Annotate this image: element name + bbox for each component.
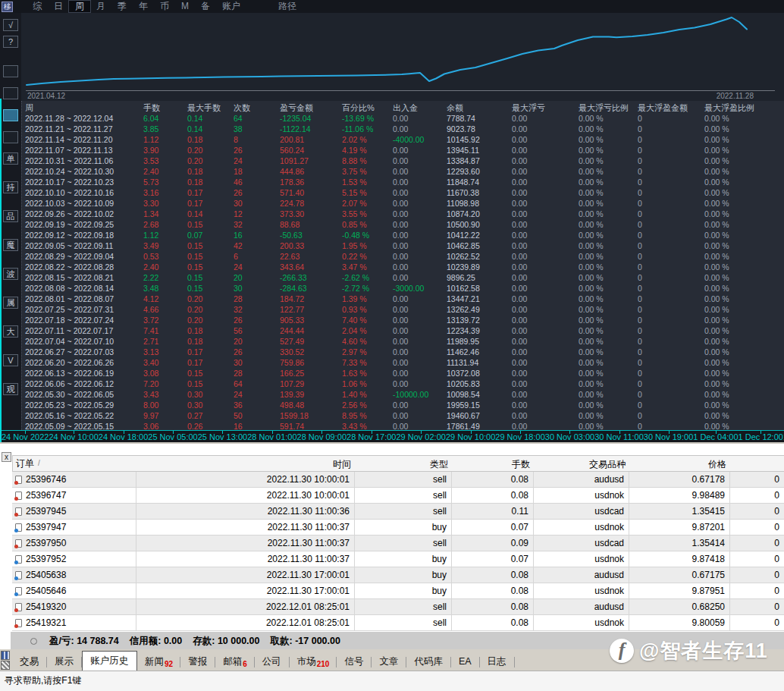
time-column-header[interactable]: 时间 — [137, 456, 356, 471]
weekly-row[interactable]: 2022.05.23 ~ 2022.05.29 8.00 0.30 36 498… — [22, 400, 784, 410]
weekly-row[interactable]: 2022.07.04 ~ 2022.07.10 2.71 0.18 20 527… — [22, 336, 784, 347]
sidebar-tool-button[interactable]: 大 — [3, 325, 18, 338]
sidebar-tool-button[interactable]: √ — [3, 19, 18, 31]
time-axis[interactable]: 24 Nov 2022 24 Nov 10:00 24 Nov 18:00 25… — [0, 430, 784, 442]
close-icon[interactable]: x — [2, 452, 11, 462]
period-menu-item[interactable]: 季 — [111, 1, 133, 12]
sidebar-tool-button[interactable]: 持 — [3, 181, 18, 193]
tab[interactable]: 代码库 — [406, 654, 451, 671]
weekly-column-header[interactable]: 手数 — [140, 102, 184, 113]
weekly-row[interactable]: 2022.11.07 ~ 2022.11.13 3.90 0.20 26 560… — [22, 145, 784, 155]
price-column-header[interactable]: 价格 — [630, 456, 731, 471]
sidebar-tool-button[interactable]: ? — [3, 36, 18, 48]
period-menu-item[interactable]: 月 — [90, 1, 111, 12]
sidebar-tool-button[interactable]: 属 — [3, 297, 18, 309]
weekly-row[interactable]: 2022.09.19 ~ 2022.09.25 2.68 0.15 32 88.… — [22, 219, 784, 230]
order-row[interactable]: 25419320 2022.12.01 08:25:01 sell 0.08 a… — [12, 599, 784, 615]
weekly-row[interactable]: 2022.07.11 ~ 2022.07.17 7.41 0.18 56 244… — [22, 325, 784, 336]
order-row[interactable]: 25405638 2022.11.30 17:00:01 buy 0.08 au… — [12, 567, 784, 583]
weekly-row[interactable]: 2022.10.10 ~ 2022.10.16 3.16 0.17 26 571… — [22, 187, 784, 198]
weekly-row[interactable]: 2022.09.12 ~ 2022.09.18 1.12 0.07 16 -50… — [22, 230, 784, 240]
weekly-row[interactable]: 2022.08.22 ~ 2022.08.28 2.40 0.15 24 343… — [22, 262, 784, 272]
weekly-row[interactable]: 2022.05.09 ~ 2022.05.15 3.06 0.26 16 591… — [22, 421, 784, 430]
weekly-row[interactable]: 2022.05.30 ~ 2022.06.05 3.43 0.30 24 139… — [22, 389, 784, 400]
weekly-column-header[interactable]: 周 — [22, 102, 140, 113]
weekly-column-header[interactable]: 最大浮亏比例 — [575, 102, 635, 113]
tab[interactable]: 新闻92 — [137, 654, 180, 671]
tab[interactable]: 账户历史 — [82, 651, 137, 671]
order-row[interactable]: 25396747 2022.11.30 10:00:01 sell 0.08 u… — [12, 488, 784, 504]
sidebar-tool-button[interactable]: 单 — [3, 152, 18, 165]
order-row[interactable]: 25396746 2022.11.30 10:00:01 sell 0.08 a… — [12, 472, 784, 488]
period-menu-item[interactable]: 币 — [154, 1, 175, 12]
tab[interactable]: 交易 — [12, 654, 47, 671]
weekly-row[interactable]: 2022.11.21 ~ 2022.11.27 3.85 0.14 38 -11… — [22, 124, 784, 134]
period-menu-item[interactable]: 年 — [133, 1, 154, 12]
sidebar-tool-button[interactable] — [3, 131, 18, 143]
order-row[interactable]: 25419321 2022.12.01 08:25:01 sell 0.08 u… — [12, 615, 784, 631]
order-row[interactable]: 25397952 2022.11.30 11:00:37 buy 0.07 us… — [12, 551, 784, 567]
weekly-row[interactable]: 2022.11.14 ~ 2022.11.20 1.12 0.18 8 200.… — [22, 134, 784, 145]
sidebar-tool-button[interactable]: 波 — [3, 268, 18, 280]
weekly-column-header[interactable]: 次数 — [230, 102, 277, 113]
move-tool-icon[interactable]: 移 — [2, 2, 13, 12]
weekly-column-header[interactable]: 最大浮亏 — [509, 102, 575, 113]
symbol-column-header[interactable]: 交易品种 — [535, 456, 630, 471]
sidebar-tool-button[interactable] — [3, 65, 18, 77]
sidebar-tool-button[interactable]: V — [3, 354, 18, 366]
weekly-column-header[interactable]: 盈亏金额 — [277, 102, 339, 113]
weekly-row[interactable]: 2022.08.29 ~ 2022.09.04 0.53 0.15 6 22.6… — [22, 251, 784, 262]
period-menu-item[interactable]: 账户 — [216, 1, 246, 12]
weekly-row[interactable]: 2022.08.08 ~ 2022.08.14 3.48 0.15 30 -28… — [22, 283, 784, 294]
lots-column-header[interactable]: 手数 — [453, 456, 535, 471]
sidebar-tool-button[interactable]: 魔 — [3, 239, 18, 251]
tab[interactable]: 文章 — [372, 654, 406, 671]
period-menu-item[interactable]: 周 — [69, 1, 90, 12]
weekly-column-header[interactable]: 最大浮盈比例 — [701, 102, 784, 113]
period-menu-item[interactable]: 综 — [27, 1, 48, 12]
sidebar-tool-button[interactable]: 观 — [3, 383, 18, 395]
order-row[interactable]: 25397950 2022.11.30 11:00:37 sell 0.09 u… — [12, 536, 784, 551]
weekly-row[interactable]: 2022.10.24 ~ 2022.10.30 2.40 0.18 18 444… — [22, 166, 784, 177]
period-menu-item[interactable]: 备 — [195, 1, 216, 12]
tab[interactable]: 日志 — [480, 654, 515, 671]
weekly-row[interactable]: 2022.09.05 ~ 2022.09.11 3.49 0.15 42 200… — [22, 240, 784, 251]
tab[interactable]: 展示 — [47, 654, 82, 671]
weekly-column-header[interactable]: 出入金 — [390, 102, 444, 113]
sidebar-tool-button[interactable]: 品 — [3, 210, 18, 222]
tab[interactable]: 市场210 — [290, 654, 337, 671]
period-menu-item[interactable]: M — [175, 1, 195, 12]
sidebar-tool-button[interactable] — [3, 87, 18, 99]
weekly-column-header[interactable]: 最大浮盈金额 — [635, 102, 701, 113]
panel-grid-icon[interactable] — [1, 651, 10, 660]
period-menu-item[interactable]: 日 — [48, 1, 69, 12]
tab[interactable]: 警报 — [180, 654, 215, 671]
order-row[interactable]: 25397947 2022.11.30 11:00:37 buy 0.07 us… — [12, 520, 784, 536]
order-row[interactable]: 25397945 2022.11.30 11:00:36 sell 0.11 u… — [12, 504, 784, 520]
weekly-row[interactable]: 2022.10.03 ~ 2022.10.09 3.30 0.17 30 224… — [22, 198, 784, 209]
weekly-column-header[interactable]: 最大手数 — [184, 102, 230, 113]
order-row[interactable]: 25405646 2022.11.30 17:00:01 buy 0.08 us… — [12, 583, 784, 599]
weekly-row[interactable]: 2022.08.01 ~ 2022.08.07 4.12 0.20 28 184… — [22, 294, 784, 304]
tab[interactable]: 邮箱6 — [215, 654, 255, 671]
weekly-row[interactable]: 2022.09.26 ~ 2022.10.02 1.34 0.14 12 373… — [22, 209, 784, 219]
weekly-row[interactable]: 2022.07.25 ~ 2022.07.31 4.66 0.20 32 122… — [22, 304, 784, 315]
weekly-row[interactable]: 2022.06.13 ~ 2022.06.19 3.08 0.15 28 166… — [22, 368, 784, 378]
weekly-row[interactable]: 2022.11.28 ~ 2022.12.04 6.04 0.14 64 -12… — [22, 113, 784, 124]
equity-chart[interactable]: 2021.04.12 2022.11.28 — [21, 13, 784, 101]
weekly-row[interactable]: 2022.10.17 ~ 2022.10.23 5.73 0.18 46 178… — [22, 177, 784, 187]
panel-hatch-icon[interactable] — [1, 661, 10, 670]
weekly-row[interactable]: 2022.07.18 ~ 2022.07.24 3.72 0.20 26 905… — [22, 315, 784, 325]
order-column-header[interactable]: 订单 / — [13, 456, 137, 471]
tab[interactable]: 公司 — [255, 654, 290, 671]
tab[interactable]: 信号 — [337, 654, 372, 671]
weekly-row[interactable]: 2022.08.15 ~ 2022.08.21 2.22 0.15 20 -26… — [22, 272, 784, 283]
weekly-row[interactable]: 2022.06.27 ~ 2022.07.03 3.13 0.17 26 330… — [22, 347, 784, 357]
weekly-row[interactable]: 2022.06.20 ~ 2022.06.26 3.40 0.17 30 759… — [22, 357, 784, 368]
weekly-column-header[interactable]: 余额 — [444, 102, 509, 113]
tab[interactable]: EA — [451, 654, 480, 671]
weekly-row[interactable]: 2022.10.31 ~ 2022.11.06 3.53 0.20 24 109… — [22, 155, 784, 166]
sidebar-tool-button[interactable] — [3, 109, 18, 121]
type-column-header[interactable]: 类型 — [356, 456, 453, 471]
weekly-row[interactable]: 2022.05.16 ~ 2022.05.22 9.97 0.27 50 159… — [22, 410, 784, 421]
